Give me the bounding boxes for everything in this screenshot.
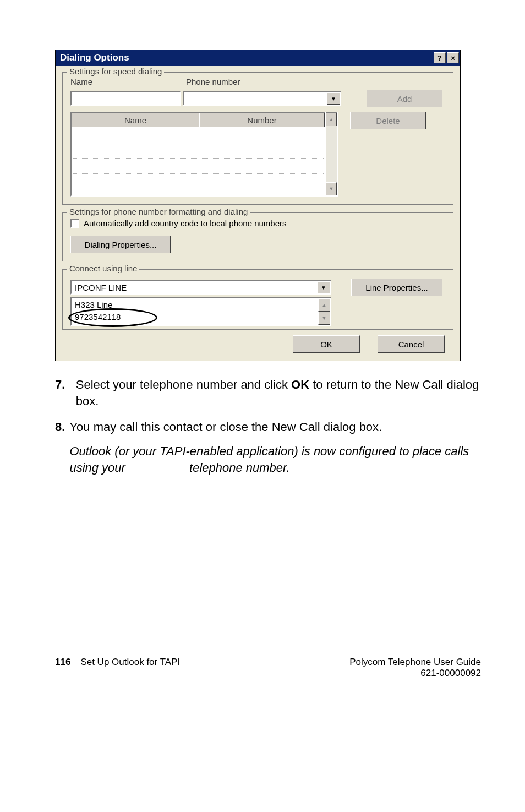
column-header-name[interactable]: Name <box>72 113 199 127</box>
speed-dial-list[interactable]: Name Number <box>70 112 326 197</box>
auto-country-code-label: Automatically add country code to local … <box>84 219 287 228</box>
instruction-list: 7. Select your telephone number and clic… <box>55 377 481 476</box>
scroll-up-icon[interactable]: ▲ <box>326 113 337 126</box>
dialog-title: Dialing Options <box>60 52 129 63</box>
cancel-button[interactable]: Cancel <box>378 335 445 353</box>
scroll-up-icon[interactable]: ▲ <box>318 298 330 312</box>
connect-line-value: IPCONF LINE <box>72 281 317 293</box>
list-item[interactable]: H323 Line <box>72 298 318 310</box>
list-rows <box>72 127 325 195</box>
line-properties-button[interactable]: Line Properties... <box>351 279 442 296</box>
list-scrollbar[interactable]: ▲ ▼ <box>326 112 338 197</box>
group-formatting: Settings for phone number formatting and… <box>62 212 453 261</box>
close-icon[interactable]: × <box>447 52 459 63</box>
help-icon[interactable]: ? <box>434 52 446 63</box>
scroll-down-icon[interactable]: ▼ <box>318 312 330 325</box>
connect-line-combo[interactable]: IPCONF LINE ▼ <box>70 280 331 295</box>
ok-button[interactable]: OK <box>293 335 360 353</box>
group-speed-legend: Settings for speed dialing <box>67 67 164 76</box>
phone-number-combo[interactable]: ▼ <box>183 91 341 106</box>
footer-doc-number: 621-00000092 <box>349 668 481 679</box>
add-button[interactable]: Add <box>367 90 442 107</box>
dialog-titlebar: Dialing Options ? × <box>56 50 460 66</box>
page-number: 116 <box>55 657 70 679</box>
step-number: 7. <box>55 377 76 409</box>
phone-number-input[interactable] <box>184 92 327 105</box>
chevron-down-icon[interactable]: ▼ <box>317 281 330 293</box>
footer-section-title: Set Up Outlook for TAPI <box>80 657 180 679</box>
dialing-properties-button[interactable]: Dialing Properties... <box>70 236 171 253</box>
step-text: You may call this contact or close the N… <box>69 419 481 476</box>
scroll-down-icon[interactable]: ▼ <box>326 182 337 195</box>
footer-doc-title: Polycom Telephone User Guide <box>349 657 481 668</box>
phone-number-label: Phone number <box>186 77 240 86</box>
group-formatting-legend: Settings for phone number formatting and… <box>67 207 250 216</box>
name-input[interactable] <box>70 91 181 106</box>
dialing-options-dialog: Dialing Options ? × Settings for speed d… <box>55 50 461 361</box>
name-label: Name <box>70 77 186 86</box>
list-item[interactable]: 9723542118 <box>72 310 318 323</box>
chevron-down-icon[interactable]: ▼ <box>327 92 340 105</box>
connect-line-list[interactable]: H323 Line 9723542118 ▲ ▼ <box>70 297 331 326</box>
page-footer: 116 Set Up Outlook for TAPI Polycom Tele… <box>55 651 481 679</box>
step-text: Select your telephone number and click O… <box>76 377 481 409</box>
group-connect-legend: Connect using line <box>67 264 139 273</box>
delete-button[interactable]: Delete <box>350 112 426 129</box>
step-number: 8. <box>55 419 69 476</box>
group-speed-dialing: Settings for speed dialing Name Phone nu… <box>62 72 453 205</box>
column-header-number[interactable]: Number <box>199 113 325 127</box>
group-connect-line: Connect using line IPCONF LINE ▼ Line Pr… <box>62 269 453 330</box>
auto-country-code-checkbox[interactable] <box>70 219 79 228</box>
